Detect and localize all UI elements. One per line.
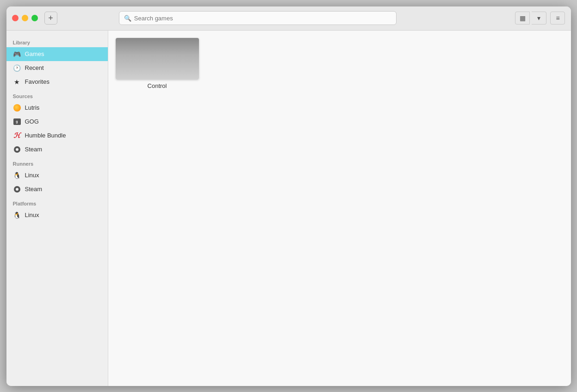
game-grid: Control: [108, 31, 571, 386]
sidebar-item-humble[interactable]: ℋ Humble Bundle: [6, 129, 108, 143]
sidebar-item-gog-label: GOG: [25, 118, 39, 125]
svg-point-3: [16, 188, 19, 191]
sidebar-item-favorites-label: Favorites: [25, 78, 50, 85]
sidebar-item-favorites[interactable]: ★ Favorites: [6, 75, 108, 89]
platforms-section-header: Platforms: [6, 196, 108, 208]
close-button[interactable]: [12, 15, 19, 21]
list-icon: ≡: [556, 14, 559, 22]
game-title-control: Control: [148, 82, 167, 89]
library-section-header: Library: [6, 35, 108, 47]
sidebar-item-lutris-label: Lutris: [25, 104, 40, 111]
sidebar-item-steam-source[interactable]: Steam: [6, 143, 108, 156]
sidebar-item-lutris[interactable]: Lutris: [6, 101, 108, 115]
sidebar: Library 🎮 Games 🕐 Recent ★ Favorites Sou…: [6, 31, 108, 386]
view-options-button[interactable]: ▾: [532, 12, 546, 25]
sidebar-item-steam-runner[interactable]: Steam: [6, 182, 108, 196]
window-controls: [12, 15, 38, 21]
sidebar-item-linux-runner-label: Linux: [25, 172, 39, 179]
main-window: + 🔍 ▦ ▾ ≡ Library 🎮 Games: [6, 6, 571, 386]
sidebar-item-steam-runner-label: Steam: [25, 186, 43, 193]
titlebar: + 🔍 ▦ ▾ ≡: [6, 6, 571, 31]
search-bar: 🔍: [119, 11, 397, 25]
sidebar-item-gog[interactable]: g GOG: [6, 115, 108, 129]
main-content: Library 🎮 Games 🕐 Recent ★ Favorites Sou…: [6, 31, 571, 386]
plus-icon: +: [48, 13, 53, 23]
list-view-button[interactable]: ≡: [550, 12, 565, 25]
sidebar-item-linux-platform[interactable]: 🐧 Linux: [6, 208, 108, 222]
gog-icon: g: [13, 118, 21, 126]
sidebar-item-games[interactable]: 🎮 Games: [6, 47, 108, 61]
sidebar-item-recent-label: Recent: [25, 64, 44, 71]
star-icon: ★: [13, 78, 21, 86]
sources-section-header: Sources: [6, 89, 108, 101]
sidebar-item-linux-platform-label: Linux: [25, 212, 39, 218]
minimize-button[interactable]: [22, 15, 28, 21]
svg-point-1: [16, 148, 19, 151]
sidebar-item-linux-runner[interactable]: 🐧 Linux: [6, 168, 108, 182]
steam-source-icon: [13, 145, 21, 154]
toolbar-right: ▦ ▾ ≡: [515, 12, 565, 25]
humble-icon: ℋ: [13, 131, 21, 140]
grid-view-button[interactable]: ▦: [515, 12, 530, 25]
runners-section-header: Runners: [6, 156, 108, 168]
sidebar-item-humble-label: Humble Bundle: [25, 132, 66, 139]
maximize-button[interactable]: [31, 15, 38, 21]
linux-runner-icon: 🐧: [13, 171, 21, 180]
search-input[interactable]: [134, 15, 391, 22]
sidebar-item-games-label: Games: [25, 50, 44, 57]
steam-runner-icon: [13, 185, 21, 193]
lutris-icon: [13, 104, 21, 112]
linux-platform-icon: 🐧: [13, 211, 21, 219]
chevron-down-icon: ▾: [537, 14, 540, 22]
game-thumbnail-control: [116, 38, 199, 80]
grid-icon: ▦: [520, 14, 526, 22]
gamepad-icon: 🎮: [13, 50, 21, 58]
sidebar-item-steam-source-label: Steam: [25, 146, 43, 153]
sidebar-item-recent[interactable]: 🕐 Recent: [6, 61, 108, 75]
clock-icon: 🕐: [13, 64, 21, 72]
add-game-button[interactable]: +: [44, 12, 57, 25]
search-icon: 🔍: [124, 15, 131, 22]
game-card-control[interactable]: Control: [116, 38, 199, 89]
